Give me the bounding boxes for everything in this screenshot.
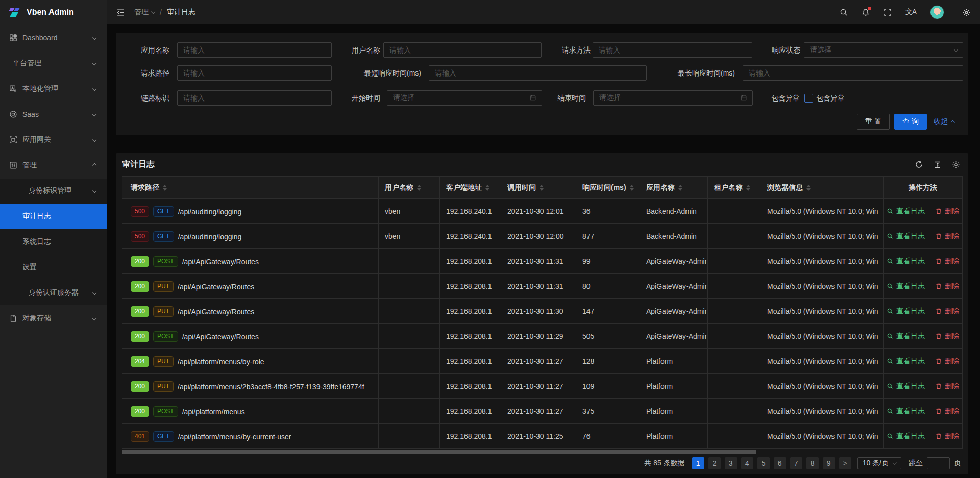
sidebar-item-system-log[interactable]: 系统日志 [0,230,107,254]
breadcrumb-parent[interactable]: 管理 [134,8,155,17]
delete-link[interactable]: 删除 [935,232,959,241]
sidebar-item-management[interactable]: 管理 [0,153,107,178]
trash-icon [935,308,942,315]
column-header-client[interactable]: 客户端地址 [440,177,501,199]
sort-caret-down [163,188,167,191]
sort-carets-icon [417,185,421,191]
delete-link[interactable]: 删除 [935,382,959,391]
max-time-input[interactable] [743,66,963,80]
page-button-3[interactable]: 3 [725,457,737,469]
sidebar-item-identity-management[interactable]: 身份标识管理 [0,179,107,203]
horizontal-scrollbar[interactable] [122,450,756,454]
cell-client-address: 192.168.240.1 [440,224,501,249]
page-size-value: 10 条/页 [863,459,889,468]
column-header-user[interactable]: 用户名称 [379,177,440,199]
page-button-9[interactable]: 9 [823,457,835,469]
next-page-button[interactable]: > [839,457,851,469]
delete-link[interactable]: 删除 [935,332,959,341]
sidebar-item-object-storage[interactable]: 对象存储 [0,306,107,331]
column-header-tenant[interactable]: 租户名称 [708,177,761,199]
cell-user [379,374,440,399]
page-size-select[interactable]: 10 条/页 [857,457,901,469]
start-time-placeholder: 请选择 [387,93,529,103]
sidebar-item-platform-management[interactable]: 平台管理 [0,51,107,76]
sidebar-item-saas[interactable]: Saas [0,102,107,127]
column-settings-gear-icon[interactable] [952,161,960,169]
row-actions: 查看日志删除 [890,407,956,416]
sidebar-item-app-gateway[interactable]: 应用网关 [0,128,107,152]
view-log-link[interactable]: 查看日志 [887,357,925,366]
sidebar-item-audit-log[interactable]: 审计日志 [0,204,107,229]
cell-response-time: 505 [576,324,640,349]
delete-link[interactable]: 删除 [935,407,959,416]
delete-link[interactable]: 删除 [935,207,959,216]
row-height-icon[interactable] [934,161,942,169]
request-path: /api/auditing/logging [178,207,242,215]
cell-user [379,324,440,349]
view-log-link[interactable]: 查看日志 [887,207,925,216]
sidebar-item-localization-management[interactable]: 本地化管理 [0,77,107,101]
path-input[interactable] [178,66,331,80]
refresh-icon[interactable] [915,160,923,169]
cell-path: 200PUT/api/ApiGateway/Routes [122,274,379,299]
notification-bell-icon[interactable] [862,8,870,16]
menu-fold-icon[interactable] [116,8,125,17]
page-button-8[interactable]: 8 [806,457,819,469]
view-log-link[interactable]: 查看日志 [887,232,925,241]
cell-app-name: ApiGateWay-Admin [640,324,708,349]
min-time-input[interactable] [429,66,646,80]
jump-suffix: 页 [954,459,961,468]
page-button-4[interactable]: 4 [741,457,753,469]
delete-label: 删除 [945,432,959,441]
page-button-7[interactable]: 7 [790,457,802,469]
user-avatar[interactable] [930,5,944,19]
translate-icon[interactable]: 文A [905,8,916,17]
view-log-link[interactable]: 查看日志 [887,432,925,441]
page-button-2[interactable]: 2 [708,457,721,469]
delete-link[interactable]: 删除 [935,282,959,291]
view-log-link[interactable]: 查看日志 [887,407,925,416]
view-log-label: 查看日志 [896,407,925,416]
reset-button[interactable]: 重 置 [857,114,890,130]
query-button[interactable]: 查 询 [894,114,927,130]
column-label: 操作方法 [909,183,937,192]
column-header-browser[interactable]: 浏览器信息 [761,177,884,199]
sidebar-item-auth-server[interactable]: 身份认证服务器 [0,281,107,305]
exception-checkbox[interactable] [804,94,813,103]
column-header-duration[interactable]: 响应时间(ms) [576,177,640,199]
view-log-link[interactable]: 查看日志 [887,257,925,266]
end-time-label: 结束时间 [509,90,586,106]
cell-user [379,249,440,274]
view-log-link[interactable]: 查看日志 [887,307,925,316]
column-header-app[interactable]: 应用名称 [640,177,708,199]
delete-link[interactable]: 删除 [935,257,959,266]
max-time-field [743,65,963,81]
jump-page-input[interactable] [927,457,950,469]
view-log-link[interactable]: 查看日志 [887,282,925,291]
column-header-time[interactable]: 调用时间 [501,177,576,199]
app-logo[interactable]: Vben Admin [0,0,107,24]
collapse-link[interactable]: 收起 [934,114,954,130]
delete-link[interactable]: 删除 [935,307,959,316]
status-select[interactable]: 请选择 [804,42,963,58]
fullscreen-icon[interactable] [884,8,892,16]
column-header-path[interactable]: 请求路径 [122,177,379,199]
method-tag: GET [153,231,174,242]
view-log-link[interactable]: 查看日志 [887,382,925,391]
audit-log-table: 请求路径用户名称客户端地址调用时间响应时间(ms)应用名称租户名称浏览器信息操作… [122,176,963,449]
page-button-1[interactable]: 1 [692,457,704,469]
cell-actions: 查看日志删除 [884,199,963,224]
end-time-placeholder: 请选择 [594,93,740,103]
settings-gear-icon[interactable] [962,8,971,17]
delete-link[interactable]: 删除 [935,432,959,441]
page-button-5[interactable]: 5 [757,457,770,469]
sidebar-item-dashboard[interactable]: Dashboard [0,26,107,50]
delete-link[interactable]: 删除 [935,357,959,366]
search-icon[interactable] [840,8,848,16]
chevron-down-icon [92,61,96,65]
delete-label: 删除 [945,307,959,316]
page-button-6[interactable]: 6 [774,457,786,469]
view-log-link[interactable]: 查看日志 [887,332,925,341]
cell-response-time: 147 [576,299,640,324]
sidebar-item-settings[interactable]: 设置 [0,255,107,280]
